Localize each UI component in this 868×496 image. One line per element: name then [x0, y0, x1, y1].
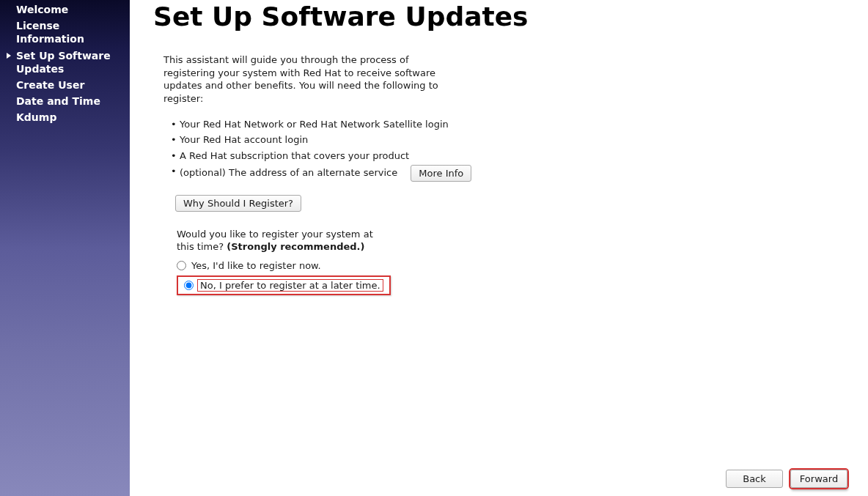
sidebar-item-software-updates[interactable]: Set Up Software Updates	[0, 48, 130, 77]
bullet-item: A Red Hat subscription that covers your …	[171, 149, 845, 163]
radio-yes-label[interactable]: Yes, I'd like to register now.	[190, 259, 323, 272]
radio-option-no[interactable]: No, I prefer to register at a later time…	[184, 279, 383, 292]
requirements-list: Your Red Hat Network or Red Hat Network …	[171, 118, 845, 182]
bullet-item: Your Red Hat Network or Red Hat Network …	[171, 118, 845, 131]
optional-bullet-text: (optional) The address of an alternate s…	[180, 166, 397, 179]
intro-text: This assistant will guide you through th…	[163, 53, 442, 105]
radio-yes-input[interactable]	[177, 261, 186, 270]
more-info-button[interactable]: More Info	[411, 165, 471, 182]
bullet-item: Your Red Hat account login	[171, 133, 845, 147]
radio-no-input[interactable]	[184, 281, 194, 290]
register-question: Would you like to register your system a…	[177, 228, 382, 253]
back-button[interactable]: Back	[726, 470, 783, 488]
main-content: Set Up Software Updates This assistant w…	[130, 0, 868, 496]
register-radio-group: Yes, I'd like to register now. No, I pre…	[177, 258, 845, 295]
sidebar-item-date-time[interactable]: Date and Time	[0, 93, 130, 109]
sidebar-item-welcome[interactable]: Welcome	[0, 1, 130, 18]
bullet-item-optional: (optional) The address of an alternate s…	[171, 165, 845, 182]
why-register-button[interactable]: Why Should I Register?	[175, 195, 301, 212]
sidebar-item-kdump[interactable]: Kdump	[0, 109, 130, 125]
sidebar-item-license[interactable]: License Information	[0, 18, 130, 47]
forward-button[interactable]: Forward	[790, 470, 847, 488]
radio-no-label[interactable]: No, I prefer to register at a later time…	[197, 279, 383, 292]
question-strong: (Strongly recommended.)	[227, 241, 364, 252]
radio-option-no-highlight: No, I prefer to register at a later time…	[177, 275, 391, 295]
radio-option-yes[interactable]: Yes, I'd like to register now.	[177, 258, 845, 273]
sidebar-item-create-user[interactable]: Create User	[0, 77, 130, 93]
footer-buttons: Back Forward	[726, 470, 847, 488]
content-block: This assistant will guide you through th…	[163, 53, 845, 295]
page-title: Set Up Software Updates	[153, 1, 845, 32]
sidebar: Welcome License Information Set Up Softw…	[0, 0, 130, 496]
